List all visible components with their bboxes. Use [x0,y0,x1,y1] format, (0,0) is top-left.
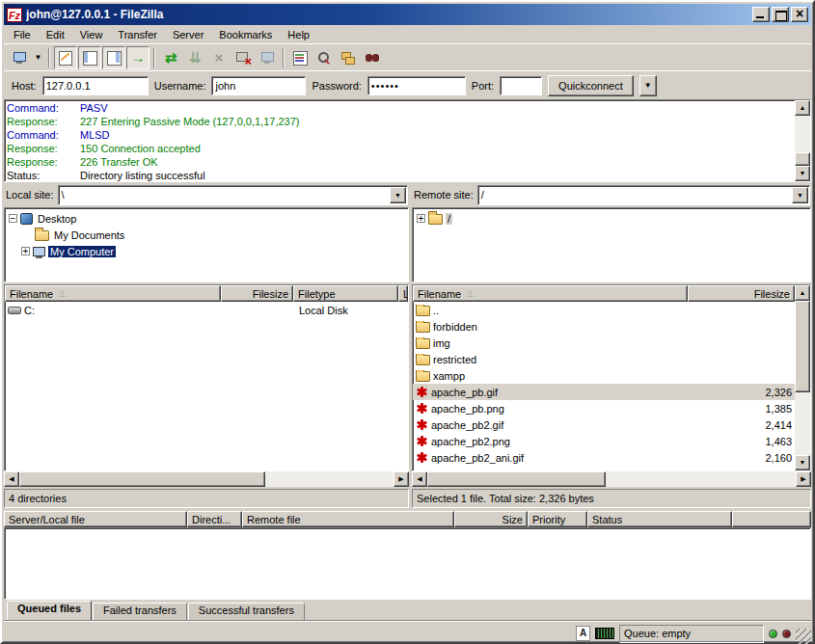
scroll-down-icon[interactable] [795,166,810,181]
activity-led-green-icon [769,630,777,638]
folder-icon [416,306,430,316]
column-header-server-local-file[interactable]: Server/Local file [4,511,187,527]
close-button[interactable] [791,7,808,22]
scroll-right-icon[interactable] [394,471,409,487]
column-header-size[interactable]: Size [454,511,528,527]
quickconnect-button[interactable]: Quickconnect [548,75,634,96]
folder-icon [35,230,49,241]
remote-file-row-selected[interactable]: apache_pb.gif2,326 [413,384,795,400]
local-site-combo[interactable]: \ [58,185,408,205]
remote-vertical-scrollbar[interactable] [795,285,810,470]
remote-site-combo[interactable]: / [477,185,810,205]
remote-file-row[interactable]: restricted [413,351,795,367]
remote-file-row[interactable]: xampp [413,367,795,384]
scroll-thumb[interactable] [795,301,810,392]
directory-comparison-button[interactable] [288,46,312,69]
scroll-left-icon[interactable] [4,471,19,487]
menu-bookmarks[interactable]: Bookmarks [211,27,280,42]
host-input[interactable] [42,76,149,95]
image-file-icon [416,386,428,398]
toggle-local-tree-button[interactable] [78,46,101,69]
tree-item-my-computer[interactable]: My Computer [5,243,408,259]
remote-file-row[interactable]: apache_pb.png1,385 [413,400,795,416]
tab-queued-files[interactable]: Queued files [7,601,92,620]
refresh-button[interactable] [159,46,182,69]
scroll-thumb[interactable] [19,471,265,487]
site-manager-button[interactable] [8,46,31,69]
expand-icon[interactable] [417,214,425,223]
column-header-priority[interactable]: Priority [528,511,587,527]
scroll-up-icon[interactable] [795,285,810,301]
maximize-button[interactable] [772,7,789,22]
menu-help[interactable]: Help [280,27,317,42]
column-header-filesize[interactable]: Filesize [688,285,795,302]
remote-file-row[interactable]: apache_pb2.gif2,414 [413,416,795,433]
column-header-filename[interactable]: Filename△ [5,285,221,302]
filename-filters-button[interactable] [312,46,336,69]
column-header-filename[interactable]: Filename△ [413,285,688,302]
message-log-icon [57,49,74,67]
remote-status-text: Selected 1 file. Total size: 2,326 bytes [412,489,811,508]
reconnect-button[interactable] [256,46,279,69]
synchronized-browsing-button[interactable] [337,46,360,69]
scroll-right-icon[interactable] [796,471,811,487]
remote-file-row[interactable]: forbidden [413,318,795,335]
log-vertical-scrollbar[interactable] [795,100,810,181]
local-site-label: Local site: [6,189,54,201]
remote-file-row[interactable]: apache_pb2_ani.gif2,160 [413,449,795,466]
tree-item-my-documents[interactable]: My Documents [5,227,408,243]
toolbar: ▼ [4,43,811,70]
tab-failed-transfers[interactable]: Failed transfers [93,603,187,620]
image-file-icon [416,402,428,415]
scroll-thumb[interactable] [427,471,606,487]
message-log-rows: Command:PASV Response:227 Entering Passi… [5,100,795,181]
remote-file-row[interactable]: .. [413,302,795,318]
local-horizontal-scrollbar[interactable] [4,471,409,487]
cancel-operation-button[interactable] [207,46,231,69]
column-header-filesize[interactable]: Filesize [221,285,293,302]
expand-icon[interactable] [21,247,30,255]
local-file-list: Filename△ Filesize Filetype L C: Local D… [4,284,409,471]
menu-server[interactable]: Server [165,27,211,42]
process-queue-button[interactable] [183,46,206,69]
menu-transfer[interactable]: Transfer [110,27,165,42]
desktop-icon [20,213,33,225]
scroll-left-icon[interactable] [412,471,427,487]
tree-item-desktop[interactable]: Desktop [5,210,408,227]
remote-file-row[interactable]: img [413,335,795,351]
scroll-down-icon[interactable] [795,455,810,470]
port-input[interactable] [500,76,542,95]
chevron-down-icon[interactable] [390,187,406,203]
status-badge-icon [595,628,614,639]
collapse-icon[interactable] [9,214,17,223]
password-input[interactable] [367,76,466,95]
menu-edit[interactable]: Edit [39,27,72,42]
username-input[interactable] [211,76,306,95]
folder-icon [416,371,430,382]
image-file-icon [416,451,428,464]
menu-file[interactable]: File [6,27,39,42]
resize-grip[interactable] [796,629,811,644]
remote-file-row[interactable]: apache_pb2.png1,463 [413,433,795,449]
toggle-remote-tree-button[interactable] [102,46,125,69]
menu-view[interactable]: View [72,27,111,42]
toggle-message-log-button[interactable] [54,46,77,69]
scroll-thumb[interactable] [795,152,810,166]
tree-item-root[interactable]: / [413,210,810,227]
site-manager-dropdown[interactable]: ▼ [32,47,44,68]
find-files-button[interactable] [361,46,384,69]
tab-successful-transfers[interactable]: Successful transfers [188,603,305,620]
chevron-down-icon[interactable] [792,187,808,203]
column-header-status[interactable]: Status [587,511,732,527]
local-file-row[interactable]: C: Local Disk [5,302,408,318]
column-header-remote-file[interactable]: Remote file [242,511,454,527]
toggle-transfer-queue-button[interactable] [126,46,149,69]
scroll-up-icon[interactable] [795,100,810,116]
column-header-last-modified[interactable]: L [398,285,408,302]
column-header-direction[interactable]: Directi... [187,511,242,527]
minimize-button[interactable] [752,7,770,22]
disconnect-button[interactable] [231,46,255,69]
remote-horizontal-scrollbar[interactable] [412,471,811,487]
quickconnect-dropdown[interactable]: ▼ [639,75,657,96]
column-header-filetype[interactable]: Filetype [293,285,398,302]
